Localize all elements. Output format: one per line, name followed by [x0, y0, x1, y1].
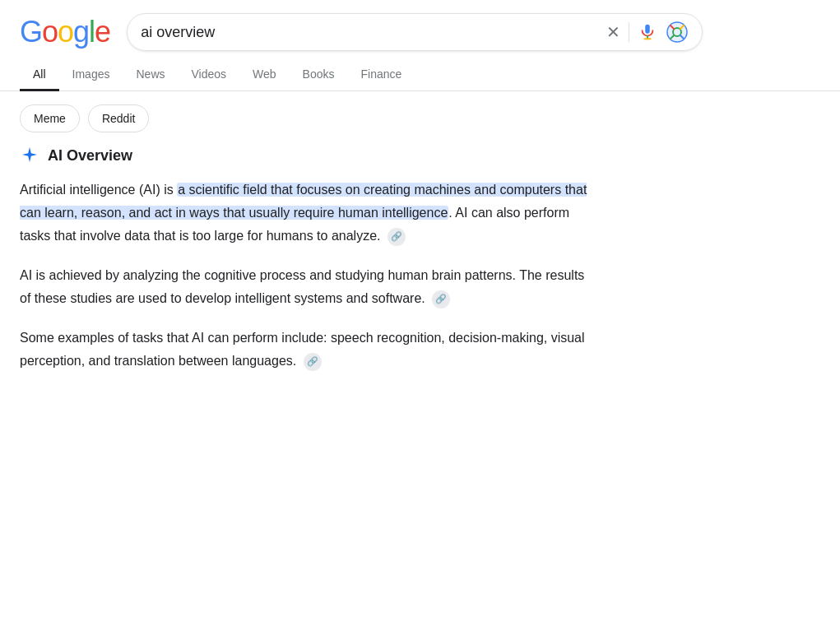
search-bar: ✕: [127, 13, 703, 51]
chips-row: Meme Reddit: [0, 91, 840, 146]
ai-star-icon: [20, 146, 39, 165]
main-content: AI Overview Artificial intelligence (AI)…: [0, 146, 840, 409]
cite-link-1[interactable]: 🔗: [388, 228, 406, 246]
tab-all[interactable]: All: [20, 59, 59, 91]
header: Google ✕: [0, 0, 840, 51]
google-lens-icon[interactable]: [666, 21, 689, 44]
tab-news[interactable]: News: [123, 59, 178, 91]
google-logo: Google: [20, 15, 110, 49]
cite-link-2[interactable]: 🔗: [432, 290, 450, 308]
search-input[interactable]: [141, 24, 598, 41]
chip-meme[interactable]: Meme: [20, 104, 80, 132]
tab-books[interactable]: Books: [290, 59, 348, 91]
tab-finance[interactable]: Finance: [348, 59, 415, 91]
search-divider: [629, 22, 629, 42]
cite-link-3[interactable]: 🔗: [304, 353, 322, 371]
nav-tabs: All Images News Videos Web Books Finance: [0, 59, 840, 91]
ai-paragraph-1: Artificial intelligence (AI) is a scient…: [20, 179, 596, 248]
ai-para1-before: Artificial intelligence (AI) is: [20, 183, 177, 197]
ai-overview-content: Artificial intelligence (AI) is a scient…: [20, 179, 596, 373]
ai-overview-header: AI Overview: [20, 146, 820, 165]
ai-paragraph-2: AI is achieved by analyzing the cognitiv…: [20, 264, 596, 310]
ai-paragraph-3: Some examples of tasks that AI can perfo…: [20, 327, 596, 373]
ai-para3-text: Some examples of tasks that AI can perfo…: [20, 331, 585, 368]
svg-rect-0: [645, 25, 650, 34]
chip-reddit[interactable]: Reddit: [88, 104, 149, 132]
tab-videos[interactable]: Videos: [179, 59, 240, 91]
voice-search-icon[interactable]: [638, 22, 657, 42]
tab-web[interactable]: Web: [239, 59, 290, 91]
tab-images[interactable]: Images: [59, 59, 123, 91]
ai-overview-title: AI Overview: [48, 147, 132, 165]
clear-icon[interactable]: ✕: [606, 24, 620, 40]
ai-para2-text: AI is achieved by analyzing the cognitiv…: [20, 268, 584, 305]
